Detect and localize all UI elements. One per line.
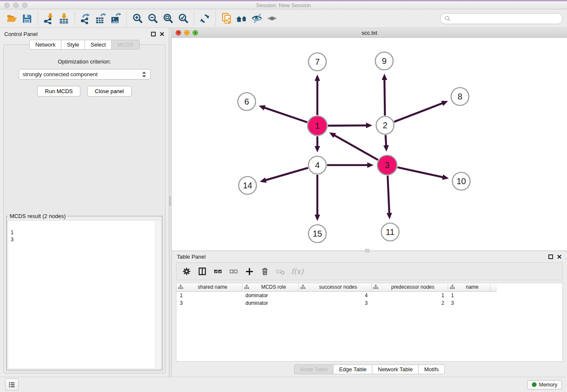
table-row[interactable]: 3dominator323 [176, 299, 497, 307]
optimization-criterion-select[interactable]: strongly connected component [19, 69, 151, 80]
table-cell[interactable]: 1 [371, 291, 448, 299]
tab-motifs[interactable]: Motifs [418, 364, 445, 374]
table-settings-button[interactable] [182, 266, 192, 276]
graph-edge-4-14[interactable] [264, 168, 308, 180]
trash-icon [260, 267, 270, 276]
graph-edge-arrowhead [315, 75, 320, 81]
zoom-selected-button[interactable] [176, 11, 191, 26]
graph-edge-3-10[interactable] [397, 167, 444, 177]
search-input[interactable] [454, 15, 559, 22]
toolbar-separator [194, 11, 194, 26]
close-panel-button[interactable]: Close panel [87, 86, 132, 97]
zoom-in-button[interactable] [130, 11, 145, 26]
zoom-out-button[interactable] [145, 11, 160, 26]
graph-node-label: 7 [315, 57, 319, 66]
tab-select[interactable]: Select [85, 40, 112, 50]
column-header-shared-name[interactable]: shared name [176, 283, 242, 291]
table-cell[interactable]: 3 [298, 299, 371, 307]
graph-edge-arrowhead [387, 213, 392, 219]
column-header-name[interactable]: name [448, 283, 490, 291]
column-header-MCDS-role[interactable]: MCDS role [242, 283, 298, 291]
graph-edge-arrowhead [259, 105, 265, 110]
save-session-button[interactable] [19, 11, 35, 26]
graph-node-label: 9 [382, 56, 386, 66]
result-scrollbar[interactable] [155, 221, 160, 368]
graph-edge-1-6[interactable] [263, 107, 308, 122]
graph-edge-3-11[interactable] [388, 176, 389, 215]
maximize-network-button[interactable]: ＋ [193, 30, 198, 36]
toggle-columns-button[interactable] [197, 266, 207, 276]
export-image-button[interactable] [108, 11, 124, 26]
table-cell[interactable]: 2 [371, 299, 448, 307]
function-builder-button[interactable]: f(x) [291, 266, 303, 276]
network-canvas[interactable]: 7968124314101511 [172, 38, 567, 251]
table-cell[interactable]: 4 [298, 291, 371, 299]
delete-row-button[interactable] [260, 266, 270, 276]
memory-label: Memory [539, 382, 557, 388]
column-header-predecessor-nodes[interactable]: predecessor nodes [371, 283, 448, 291]
float-panel-icon[interactable] [151, 32, 156, 36]
unchecked-boxes-icon [229, 267, 238, 276]
import-table-button[interactable] [56, 11, 72, 26]
table-cell[interactable]: dominator [242, 299, 298, 307]
float-table-panel-icon[interactable] [548, 254, 553, 259]
mcds-result-list[interactable]: 13 [8, 220, 161, 369]
control-panel-title: Control Panel [4, 31, 148, 37]
tab-edge-table[interactable]: Edge Table [333, 364, 372, 374]
tab-node-table[interactable]: Node Table [294, 364, 334, 374]
splitter-handle[interactable] [169, 196, 171, 206]
add-row-button[interactable] [244, 266, 254, 276]
table-cell[interactable]: dominator [242, 291, 298, 299]
table-panel: Table Panel ✕ f(x) shared nameMCDS roles… [172, 251, 567, 377]
node-table-container: shared nameMCDS rolesuccessor nodesprede… [176, 283, 563, 362]
delete-table-button[interactable] [275, 266, 286, 276]
tab-network-table[interactable]: Network Table [372, 364, 418, 374]
close-table-panel-icon[interactable]: ✕ [556, 254, 562, 259]
graph-edge-2-8[interactable] [394, 103, 443, 122]
export-table-button[interactable] [93, 11, 108, 26]
network-overview-button[interactable] [234, 11, 249, 26]
table-row[interactable]: 1dominator411 [176, 291, 497, 299]
minimize-network-button[interactable]: − [184, 30, 190, 36]
control-panel-tabs: NetworkStyleSelectMCDS [0, 40, 169, 50]
run-mcds-button[interactable]: Run MCDS [37, 86, 80, 97]
tab-mcds[interactable]: MCDS [111, 40, 139, 50]
table-cell[interactable]: 1 [176, 291, 242, 299]
search-icon [444, 15, 451, 22]
clone-network-button[interactable] [219, 11, 234, 26]
search-box[interactable] [440, 13, 563, 24]
close-panel-icon[interactable]: ✕ [159, 32, 165, 36]
zoom-fit-button[interactable] [160, 11, 176, 26]
tab-network[interactable]: Network [29, 40, 61, 50]
mcds-tab-content: Optimization criterion: strongly connect… [3, 44, 165, 373]
graph-edge-3-1[interactable] [333, 135, 378, 160]
mcds-result-group: MCDS result (2 nodes) 13 [6, 213, 162, 370]
graph-edge-1-2[interactable] [328, 125, 368, 126]
plus-icon [245, 267, 254, 276]
select-all-button[interactable] [213, 266, 223, 276]
show-panel-button[interactable] [264, 11, 280, 26]
refresh-network-button[interactable] [197, 11, 212, 26]
workspace-area: ✕ − ＋ scc.txt 7968124314101511 Table Pan… [172, 28, 567, 377]
table-cell[interactable]: 3 [176, 299, 242, 307]
open-session-button[interactable] [4, 11, 19, 26]
deselect-all-button[interactable] [228, 266, 239, 276]
network-graph[interactable]: 7968124314101511 [172, 38, 567, 251]
list-icon [8, 381, 16, 389]
hide-panel-button[interactable] [249, 11, 264, 26]
export-network-button[interactable] [78, 11, 93, 26]
task-history-button[interactable] [5, 378, 19, 391]
graph-edge-2-3[interactable] [385, 135, 386, 147]
node-table[interactable]: shared nameMCDS rolesuccessor nodesprede… [176, 283, 497, 307]
tab-style[interactable]: Style [61, 40, 85, 50]
table-cell[interactable]: 3 [448, 299, 490, 307]
graph-edge-arrowhead [442, 174, 449, 180]
graph-edge-2-9[interactable] [385, 78, 385, 116]
table-cell[interactable]: 1 [448, 291, 490, 299]
close-network-button[interactable]: ✕ [176, 30, 181, 36]
horizontal-splitter-handle[interactable] [365, 249, 369, 252]
column-header-successor-nodes[interactable]: successor nodes [298, 283, 371, 291]
memory-button[interactable]: Memory [527, 380, 562, 389]
import-network-button[interactable] [41, 11, 56, 26]
network-window-titlebar[interactable]: ✕ − ＋ scc.txt [172, 28, 567, 38]
